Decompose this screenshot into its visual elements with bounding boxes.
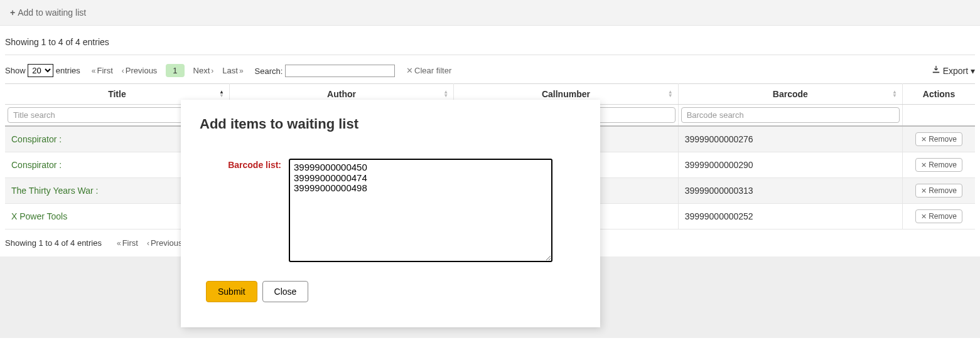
modal-title: Add items to waiting list bbox=[200, 116, 581, 132]
item-barcode: 39999000000276 bbox=[678, 126, 902, 152]
remove-label: Remove bbox=[929, 135, 957, 144]
barcode-list-textarea[interactable] bbox=[289, 159, 552, 262]
col-title-label: Title bbox=[108, 89, 126, 99]
remove-button[interactable]: ✕Remove bbox=[915, 132, 962, 146]
download-icon bbox=[932, 65, 940, 76]
sort-icon: ▲▼ bbox=[219, 90, 224, 98]
submit-button[interactable]: Submit bbox=[206, 281, 257, 302]
double-chevron-left-icon: « bbox=[117, 239, 121, 248]
page-length-control: Show 20 entries bbox=[5, 64, 80, 77]
close-icon: ✕ bbox=[406, 66, 413, 75]
col-header-barcode[interactable]: Barcode ▲▼ bbox=[678, 84, 902, 105]
clear-filter-button[interactable]: ✕ Clear filter bbox=[406, 66, 451, 75]
item-title-link[interactable]: Conspirator : bbox=[11, 160, 62, 170]
chevron-right-icon: › bbox=[211, 66, 213, 75]
add-to-waiting-list-label: Add to waiting list bbox=[18, 8, 86, 18]
col-barcode-label: Barcode bbox=[773, 89, 808, 99]
close-icon: ✕ bbox=[921, 187, 927, 195]
filter-barcode-input[interactable] bbox=[681, 107, 900, 123]
page-length-select[interactable]: 20 bbox=[28, 64, 53, 77]
double-chevron-right-icon: » bbox=[239, 66, 244, 75]
chevron-left-icon: ‹ bbox=[122, 66, 124, 75]
export-button[interactable]: Export ▾ bbox=[932, 65, 975, 76]
barcode-list-label: Barcode list: bbox=[200, 159, 281, 170]
clear-filter-label: Clear filter bbox=[414, 66, 451, 75]
item-title-link[interactable]: X Power Tools bbox=[11, 211, 67, 221]
prev-label: Previous bbox=[126, 66, 158, 75]
item-title-link[interactable]: Conspirator : bbox=[11, 134, 62, 144]
chevron-left-icon: ‹ bbox=[147, 239, 149, 248]
search-label: Search: bbox=[255, 66, 283, 75]
toolbar: + Add to waiting list bbox=[0, 0, 980, 26]
close-button[interactable]: Close bbox=[262, 281, 309, 302]
current-page-number[interactable]: 1 bbox=[166, 64, 184, 77]
remove-button[interactable]: ✕Remove bbox=[915, 209, 962, 223]
col-author-label: Author bbox=[327, 89, 356, 99]
add-to-waiting-list-link[interactable]: + Add to waiting list bbox=[10, 8, 86, 18]
close-icon: ✕ bbox=[921, 161, 927, 169]
last-page-button[interactable]: Last » bbox=[222, 66, 243, 75]
search-control: Search: bbox=[255, 65, 395, 77]
search-input[interactable] bbox=[285, 65, 395, 77]
double-chevron-left-icon: « bbox=[92, 66, 96, 75]
next-label: Next bbox=[193, 66, 210, 75]
remove-button[interactable]: ✕Remove bbox=[915, 184, 962, 198]
item-barcode: 39999000000252 bbox=[678, 204, 902, 229]
remove-label: Remove bbox=[929, 161, 957, 169]
entries-label: entries bbox=[56, 66, 80, 75]
close-icon: ✕ bbox=[921, 213, 927, 221]
plus-icon: + bbox=[10, 8, 15, 18]
item-barcode: 39999000000290 bbox=[678, 152, 902, 178]
sort-icon: ▲▼ bbox=[443, 90, 448, 98]
add-items-modal: Add items to waiting list Barcode list: … bbox=[181, 100, 600, 327]
col-actions-label: Actions bbox=[923, 89, 955, 99]
remove-label: Remove bbox=[929, 186, 957, 195]
pager-bottom: « First ‹ Previous bbox=[117, 238, 183, 248]
next-page-button[interactable]: Next › bbox=[193, 66, 214, 75]
remove-label: Remove bbox=[929, 212, 957, 221]
export-label: Export ▾ bbox=[943, 66, 975, 76]
entries-summary-top: Showing 1 to 4 of 4 entries bbox=[5, 32, 975, 55]
item-title-link[interactable]: The Thirty Years War : bbox=[11, 186, 99, 196]
col-header-actions: Actions bbox=[903, 84, 976, 105]
first-page-button[interactable]: « First bbox=[117, 238, 138, 248]
prev-label: Previous bbox=[151, 238, 183, 248]
sort-icon: ▲▼ bbox=[892, 90, 897, 98]
last-label: Last bbox=[222, 66, 238, 75]
prev-page-button[interactable]: ‹ Previous bbox=[147, 238, 183, 248]
col-callnumber-label: Callnumber bbox=[542, 89, 590, 99]
pager-top: « First ‹ Previous 1 Next › Last » bbox=[92, 64, 244, 77]
close-icon: ✕ bbox=[921, 135, 927, 144]
entries-summary-bottom: Showing 1 to 4 of 4 entries bbox=[5, 238, 102, 248]
item-barcode: 39999000000313 bbox=[678, 178, 902, 204]
show-label: Show bbox=[5, 66, 26, 75]
prev-page-button[interactable]: ‹ Previous bbox=[122, 66, 158, 75]
first-label: First bbox=[122, 238, 138, 248]
remove-button[interactable]: ✕Remove bbox=[915, 158, 962, 172]
first-page-button[interactable]: « First bbox=[92, 66, 113, 75]
sort-icon: ▲▼ bbox=[668, 90, 673, 98]
first-label: First bbox=[97, 66, 113, 75]
